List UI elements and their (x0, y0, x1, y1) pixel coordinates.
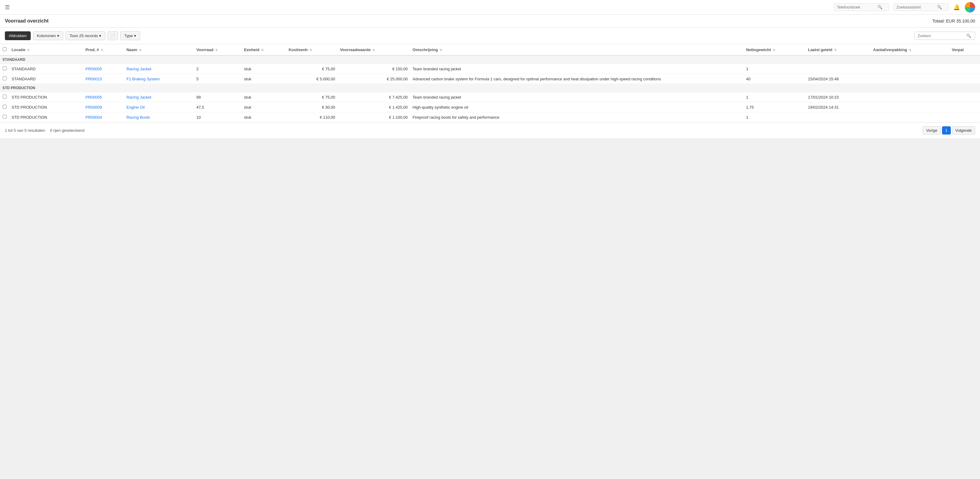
cell-aantal (870, 112, 949, 122)
type-button-label: Type (124, 34, 133, 38)
row-checkbox[interactable] (3, 115, 7, 119)
cell-locatie: STANDAARD (9, 64, 83, 74)
select-all-header[interactable] (0, 44, 9, 55)
pagination-controls: Vorige 1 Volgende (923, 126, 975, 134)
col-aantal-verpakking[interactable]: Aantal/verpakking ⇅ (870, 44, 949, 55)
prod-nr-link[interactable]: PR00015 (86, 77, 102, 81)
row-checkbox[interactable] (3, 77, 7, 80)
cell-kost: € 5.000,00 (286, 74, 337, 84)
prod-nr-link[interactable]: PR00005 (86, 95, 102, 99)
col-eenheid[interactable]: Eenheid ⇅ (242, 44, 286, 55)
cell-geteld: 15/04/2024 15:48 (805, 74, 870, 84)
cell-prod-nr[interactable]: PR00005 (83, 64, 124, 74)
col-nettogewicht[interactable]: Nettogewicht ⇅ (744, 44, 805, 55)
col-locatie[interactable]: Locatie ⇅ (9, 44, 83, 55)
cell-voorraad: 5 (194, 74, 242, 84)
cell-naam[interactable]: Racing Jacket (124, 92, 194, 102)
navbar: ☰ 🔍 🔍 🔔 (0, 0, 980, 14)
page-1-button[interactable]: 1 (942, 126, 951, 134)
cell-locatie: STD PRODUCTION (9, 102, 83, 112)
col-verpal[interactable]: Verpal (949, 44, 980, 55)
search-input[interactable] (918, 34, 966, 38)
phone-search-box[interactable]: 🔍 (834, 3, 889, 11)
columns-button[interactable]: Kolommen ▾ (33, 31, 63, 40)
cell-naam[interactable]: Racing Jacket (124, 64, 194, 74)
row-checkbox-cell[interactable] (0, 74, 9, 84)
select-all-checkbox[interactable] (3, 47, 7, 51)
search-input-icon: 🔍 (966, 34, 971, 38)
cell-verpal (949, 64, 980, 74)
type-button[interactable]: Type ▾ (120, 31, 140, 40)
assistant-search-box[interactable]: 🔍 (894, 3, 948, 11)
sort-icon-omschrijving: ⇅ (439, 48, 442, 52)
cell-geteld: 17/01/2024 10:23 (805, 92, 870, 102)
col-voorraadwaarde[interactable]: Voorraadwaarde ⇅ (338, 44, 410, 55)
sort-icon-naam: ⇅ (139, 48, 142, 52)
cell-naam[interactable]: Engine Oil (124, 102, 194, 112)
export-button[interactable]: 📄 (108, 31, 118, 40)
cell-waarde: € 25.000,00 (338, 74, 410, 84)
cell-geteld (805, 112, 870, 122)
cell-verpal (949, 102, 980, 112)
cell-geteld: 19/02/2024 14:31 (805, 102, 870, 112)
page-title: Voorraad overzicht (5, 18, 49, 24)
row-checkbox-cell[interactable] (0, 102, 9, 112)
table-row: STANDAARD PR00015 F1 Braking System 5 st… (0, 74, 980, 84)
naam-link[interactable]: Racing Jacket (126, 95, 151, 99)
page-total: Totaal: EUR 35.100,00 (932, 19, 975, 24)
cell-verpal (949, 112, 980, 122)
naam-link[interactable]: Racing Boots (126, 115, 150, 120)
col-voorraad[interactable]: Voorraad ⇅ (194, 44, 242, 55)
prod-nr-link[interactable]: PR00004 (86, 115, 102, 120)
records-button[interactable]: Toon 25 records ▾ (66, 31, 105, 40)
search-box[interactable]: 🔍 (914, 32, 975, 40)
col-omschrijving[interactable]: Omschrijving ⇅ (410, 44, 743, 55)
print-button[interactable]: Afdrukken (5, 31, 31, 40)
cell-aantal (870, 102, 949, 112)
cell-naam[interactable]: Racing Boots (124, 112, 194, 122)
sort-icon-aantal: ⇅ (909, 48, 911, 52)
prev-button[interactable]: Vorige (923, 126, 941, 134)
cell-waarde: € 7.425,00 (338, 92, 410, 102)
sort-icon-netto: ⇅ (773, 48, 775, 52)
type-chevron-icon: ▾ (134, 34, 136, 38)
row-checkbox-cell[interactable] (0, 112, 9, 122)
navbar-right: 🔍 🔍 🔔 (834, 2, 975, 13)
row-checkbox-cell[interactable] (0, 92, 9, 102)
cell-waarde: € 1.100,00 (338, 112, 410, 122)
col-prod-nr[interactable]: Prod. # ⇅ (83, 44, 124, 55)
cell-waarde: € 1.425,00 (338, 102, 410, 112)
table-container: Locatie ⇅ Prod. # ⇅ Naam ⇅ Voorraad ⇅ Ee… (0, 44, 980, 122)
prod-nr-link[interactable]: PR00009 (86, 105, 102, 110)
avatar[interactable] (965, 2, 975, 13)
assistant-search-input[interactable] (896, 5, 936, 10)
phone-search-input[interactable] (837, 5, 877, 10)
cell-prod-nr[interactable]: PR00015 (83, 74, 124, 84)
sort-icon-kost: ⇅ (309, 48, 312, 52)
naam-link[interactable]: Engine Oil (126, 105, 145, 110)
cell-voorraad: 99 (194, 92, 242, 102)
cell-prod-nr[interactable]: PR00005 (83, 92, 124, 102)
row-checkbox[interactable] (3, 105, 7, 109)
naam-link[interactable]: Racing Jacket (126, 67, 151, 71)
row-checkbox-cell[interactable] (0, 64, 9, 74)
cell-kost: € 75,00 (286, 64, 337, 74)
cell-naam[interactable]: F1 Braking System (124, 74, 194, 84)
bell-icon[interactable]: 🔔 (953, 4, 960, 11)
cell-prod-nr[interactable]: PR00009 (83, 102, 124, 112)
next-button[interactable]: Volgende (952, 126, 975, 134)
row-checkbox[interactable] (3, 66, 7, 70)
cell-prod-nr[interactable]: PR00004 (83, 112, 124, 122)
results-count: 1 tot 5 van 5 resultaten (5, 128, 45, 133)
col-naam[interactable]: Naam ⇅ (124, 44, 194, 55)
table-row: STD PRODUCTION PR00004 Racing Boots 10 s… (0, 112, 980, 122)
prod-nr-link[interactable]: PR00005 (86, 67, 102, 71)
row-checkbox[interactable] (3, 95, 7, 99)
sort-icon-eenheid: ⇅ (261, 48, 264, 52)
col-kost[interactable]: Kost/eenh ⇅ (286, 44, 337, 55)
naam-link[interactable]: F1 Braking System (126, 77, 160, 81)
cell-locatie: STD PRODUCTION (9, 92, 83, 102)
hamburger-icon[interactable]: ☰ (5, 4, 10, 11)
col-laatste-geteld[interactable]: Laatst geteld ⇅ (805, 44, 870, 55)
cell-omschrijving: High-quality synthetic engine oil (410, 102, 743, 112)
